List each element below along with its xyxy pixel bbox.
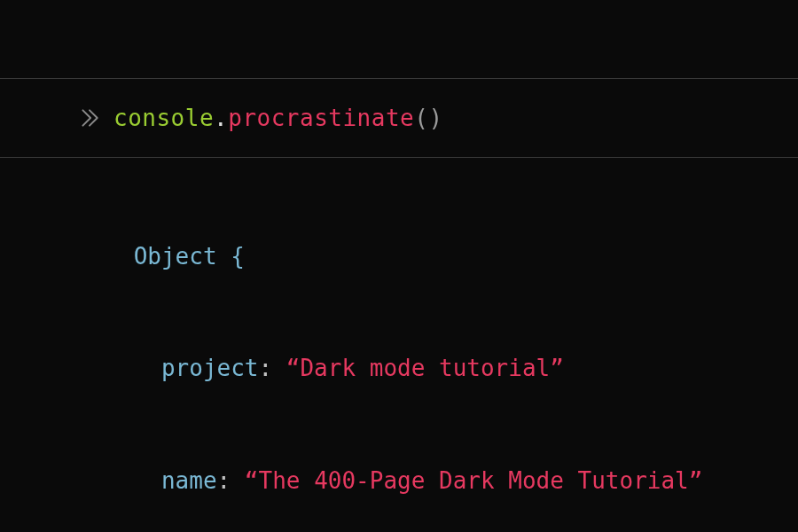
- method-name-token: procrastinate: [228, 105, 414, 131]
- console-prompt-row: console.procrastinate(): [0, 78, 798, 158]
- string-value: The 400-Page Dark Mode Tutorial: [259, 467, 689, 494]
- key-token: name: [161, 467, 217, 494]
- close-quote-token: ”: [689, 467, 703, 494]
- string-value: Dark mode tutorial: [300, 355, 550, 381]
- console-output: Object { project: “Dark mode tutorial” n…: [0, 158, 798, 532]
- open-quote-token: “: [245, 467, 259, 494]
- key-token: project: [161, 355, 259, 381]
- close-quote-token: ”: [550, 355, 564, 381]
- prompt-chevron-icon: [78, 106, 101, 129]
- output-entry-project: project: “Dark mode tutorial”: [78, 312, 720, 424]
- parens-token: (): [414, 105, 442, 131]
- colon-token: :: [217, 467, 231, 494]
- colon-token: :: [259, 355, 273, 381]
- open-quote-token: “: [286, 355, 301, 381]
- dot-token: .: [214, 105, 228, 131]
- console-object-token: console: [113, 105, 214, 131]
- output-object-open: Object {: [78, 200, 720, 312]
- top-spacer: [0, 0, 798, 78]
- output-entry-name: name: “The 400-Page Dark Mode Tutorial”: [78, 425, 720, 532]
- open-brace-token: {: [217, 243, 245, 270]
- type-token: Object: [134, 243, 217, 270]
- console-command[interactable]: console.procrastinate(): [113, 105, 443, 131]
